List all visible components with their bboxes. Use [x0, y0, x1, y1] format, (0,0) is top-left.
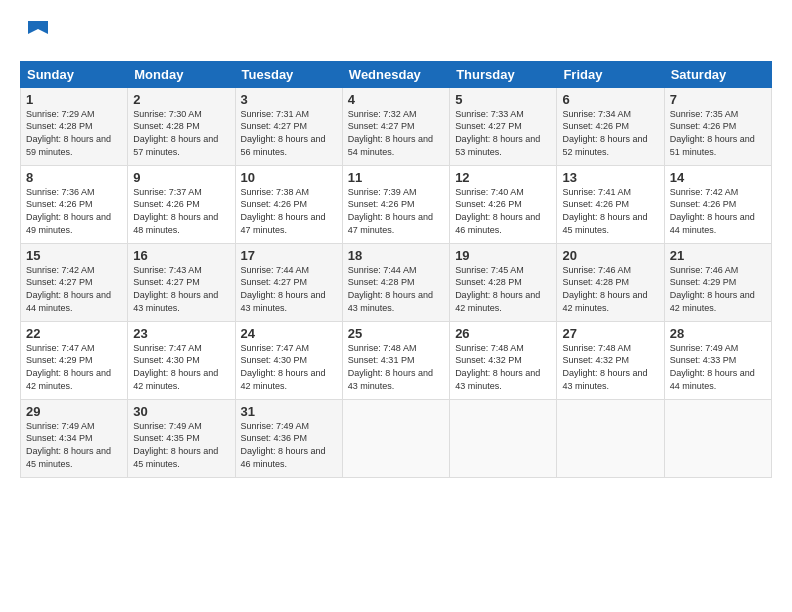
day-number: 14	[670, 170, 766, 185]
day-info: Sunrise: 7:47 AMSunset: 4:30 PMDaylight:…	[241, 342, 337, 392]
day-number: 22	[26, 326, 122, 341]
day-number: 2	[133, 92, 229, 107]
weekday-header-row: SundayMondayTuesdayWednesdayThursdayFrid…	[21, 61, 772, 87]
calendar-cell: 8Sunrise: 7:36 AMSunset: 4:26 PMDaylight…	[21, 165, 128, 243]
weekday-header-thursday: Thursday	[450, 61, 557, 87]
calendar-cell: 28Sunrise: 7:49 AMSunset: 4:33 PMDayligh…	[664, 321, 771, 399]
calendar-cell: 18Sunrise: 7:44 AMSunset: 4:28 PMDayligh…	[342, 243, 449, 321]
day-info: Sunrise: 7:30 AMSunset: 4:28 PMDaylight:…	[133, 108, 229, 158]
day-info: Sunrise: 7:46 AMSunset: 4:29 PMDaylight:…	[670, 264, 766, 314]
day-info: Sunrise: 7:42 AMSunset: 4:27 PMDaylight:…	[26, 264, 122, 314]
calendar-cell: 6Sunrise: 7:34 AMSunset: 4:26 PMDaylight…	[557, 87, 664, 165]
day-number: 8	[26, 170, 122, 185]
calendar-cell: 25Sunrise: 7:48 AMSunset: 4:31 PMDayligh…	[342, 321, 449, 399]
day-number: 17	[241, 248, 337, 263]
calendar-cell: 14Sunrise: 7:42 AMSunset: 4:26 PMDayligh…	[664, 165, 771, 243]
day-info: Sunrise: 7:49 AMSunset: 4:34 PMDaylight:…	[26, 420, 122, 470]
day-number: 10	[241, 170, 337, 185]
logo-general-line	[20, 16, 53, 51]
calendar-cell: 13Sunrise: 7:41 AMSunset: 4:26 PMDayligh…	[557, 165, 664, 243]
day-info: Sunrise: 7:32 AMSunset: 4:27 PMDaylight:…	[348, 108, 444, 158]
calendar-cell: 20Sunrise: 7:46 AMSunset: 4:28 PMDayligh…	[557, 243, 664, 321]
calendar-cell: 19Sunrise: 7:45 AMSunset: 4:28 PMDayligh…	[450, 243, 557, 321]
day-number: 29	[26, 404, 122, 419]
day-info: Sunrise: 7:49 AMSunset: 4:36 PMDaylight:…	[241, 420, 337, 470]
day-info: Sunrise: 7:42 AMSunset: 4:26 PMDaylight:…	[670, 186, 766, 236]
calendar-cell: 9Sunrise: 7:37 AMSunset: 4:26 PMDaylight…	[128, 165, 235, 243]
weekday-header-sunday: Sunday	[21, 61, 128, 87]
calendar-cell: 11Sunrise: 7:39 AMSunset: 4:26 PMDayligh…	[342, 165, 449, 243]
calendar-cell: 7Sunrise: 7:35 AMSunset: 4:26 PMDaylight…	[664, 87, 771, 165]
calendar-cell: 5Sunrise: 7:33 AMSunset: 4:27 PMDaylight…	[450, 87, 557, 165]
day-info: Sunrise: 7:49 AMSunset: 4:35 PMDaylight:…	[133, 420, 229, 470]
day-info: Sunrise: 7:36 AMSunset: 4:26 PMDaylight:…	[26, 186, 122, 236]
calendar-cell: 22Sunrise: 7:47 AMSunset: 4:29 PMDayligh…	[21, 321, 128, 399]
calendar-cell: 12Sunrise: 7:40 AMSunset: 4:26 PMDayligh…	[450, 165, 557, 243]
calendar-cell: 3Sunrise: 7:31 AMSunset: 4:27 PMDaylight…	[235, 87, 342, 165]
day-number: 9	[133, 170, 229, 185]
calendar-week-4: 22Sunrise: 7:47 AMSunset: 4:29 PMDayligh…	[21, 321, 772, 399]
calendar-cell: 17Sunrise: 7:44 AMSunset: 4:27 PMDayligh…	[235, 243, 342, 321]
calendar-cell: 30Sunrise: 7:49 AMSunset: 4:35 PMDayligh…	[128, 399, 235, 477]
day-info: Sunrise: 7:48 AMSunset: 4:31 PMDaylight:…	[348, 342, 444, 392]
day-number: 27	[562, 326, 658, 341]
day-info: Sunrise: 7:29 AMSunset: 4:28 PMDaylight:…	[26, 108, 122, 158]
day-info: Sunrise: 7:40 AMSunset: 4:26 PMDaylight:…	[455, 186, 551, 236]
day-number: 15	[26, 248, 122, 263]
calendar-cell: 2Sunrise: 7:30 AMSunset: 4:28 PMDaylight…	[128, 87, 235, 165]
calendar-cell: 26Sunrise: 7:48 AMSunset: 4:32 PMDayligh…	[450, 321, 557, 399]
day-info: Sunrise: 7:34 AMSunset: 4:26 PMDaylight:…	[562, 108, 658, 158]
logo-text-block	[20, 16, 53, 51]
day-info: Sunrise: 7:31 AMSunset: 4:27 PMDaylight:…	[241, 108, 337, 158]
weekday-header-wednesday: Wednesday	[342, 61, 449, 87]
weekday-header-monday: Monday	[128, 61, 235, 87]
day-info: Sunrise: 7:47 AMSunset: 4:30 PMDaylight:…	[133, 342, 229, 392]
day-info: Sunrise: 7:43 AMSunset: 4:27 PMDaylight:…	[133, 264, 229, 314]
day-number: 21	[670, 248, 766, 263]
day-number: 5	[455, 92, 551, 107]
calendar-cell	[450, 399, 557, 477]
calendar-week-1: 1Sunrise: 7:29 AMSunset: 4:28 PMDaylight…	[21, 87, 772, 165]
svg-marker-0	[28, 21, 48, 34]
calendar-cell: 23Sunrise: 7:47 AMSunset: 4:30 PMDayligh…	[128, 321, 235, 399]
day-info: Sunrise: 7:44 AMSunset: 4:28 PMDaylight:…	[348, 264, 444, 314]
calendar-cell: 29Sunrise: 7:49 AMSunset: 4:34 PMDayligh…	[21, 399, 128, 477]
calendar-cell: 27Sunrise: 7:48 AMSunset: 4:32 PMDayligh…	[557, 321, 664, 399]
calendar-cell: 31Sunrise: 7:49 AMSunset: 4:36 PMDayligh…	[235, 399, 342, 477]
day-info: Sunrise: 7:38 AMSunset: 4:26 PMDaylight:…	[241, 186, 337, 236]
weekday-header-saturday: Saturday	[664, 61, 771, 87]
day-info: Sunrise: 7:48 AMSunset: 4:32 PMDaylight:…	[562, 342, 658, 392]
day-number: 7	[670, 92, 766, 107]
day-info: Sunrise: 7:33 AMSunset: 4:27 PMDaylight:…	[455, 108, 551, 158]
weekday-header-tuesday: Tuesday	[235, 61, 342, 87]
logo-flag-icon	[23, 16, 53, 46]
page: SundayMondayTuesdayWednesdayThursdayFrid…	[0, 0, 792, 488]
day-number: 28	[670, 326, 766, 341]
day-number: 13	[562, 170, 658, 185]
day-number: 16	[133, 248, 229, 263]
calendar-week-5: 29Sunrise: 7:49 AMSunset: 4:34 PMDayligh…	[21, 399, 772, 477]
calendar-cell: 10Sunrise: 7:38 AMSunset: 4:26 PMDayligh…	[235, 165, 342, 243]
day-info: Sunrise: 7:44 AMSunset: 4:27 PMDaylight:…	[241, 264, 337, 314]
weekday-header-friday: Friday	[557, 61, 664, 87]
day-info: Sunrise: 7:46 AMSunset: 4:28 PMDaylight:…	[562, 264, 658, 314]
day-number: 24	[241, 326, 337, 341]
day-number: 26	[455, 326, 551, 341]
calendar-cell	[557, 399, 664, 477]
day-info: Sunrise: 7:39 AMSunset: 4:26 PMDaylight:…	[348, 186, 444, 236]
day-info: Sunrise: 7:48 AMSunset: 4:32 PMDaylight:…	[455, 342, 551, 392]
day-number: 31	[241, 404, 337, 419]
day-number: 12	[455, 170, 551, 185]
calendar-cell: 16Sunrise: 7:43 AMSunset: 4:27 PMDayligh…	[128, 243, 235, 321]
calendar-table: SundayMondayTuesdayWednesdayThursdayFrid…	[20, 61, 772, 478]
header	[20, 16, 772, 51]
logo	[20, 16, 53, 51]
day-number: 11	[348, 170, 444, 185]
calendar-cell: 1Sunrise: 7:29 AMSunset: 4:28 PMDaylight…	[21, 87, 128, 165]
day-info: Sunrise: 7:47 AMSunset: 4:29 PMDaylight:…	[26, 342, 122, 392]
day-number: 25	[348, 326, 444, 341]
day-number: 30	[133, 404, 229, 419]
calendar-week-2: 8Sunrise: 7:36 AMSunset: 4:26 PMDaylight…	[21, 165, 772, 243]
calendar-cell	[342, 399, 449, 477]
day-info: Sunrise: 7:49 AMSunset: 4:33 PMDaylight:…	[670, 342, 766, 392]
